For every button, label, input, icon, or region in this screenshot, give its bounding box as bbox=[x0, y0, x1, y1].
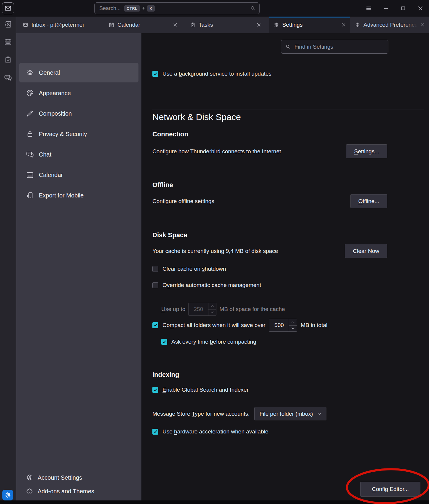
calendar-space-icon[interactable] bbox=[0, 38, 16, 46]
maximize-button[interactable] bbox=[395, 0, 412, 17]
check-icon bbox=[153, 323, 157, 327]
compact-folders-checkbox-row[interactable]: Compact all folders when it will save ov… bbox=[152, 321, 265, 329]
sidebar-item-privacy-security[interactable]: Privacy & Security bbox=[19, 124, 138, 144]
close-tab-icon[interactable] bbox=[420, 23, 425, 27]
search-placeholder: Search... bbox=[99, 5, 121, 12]
tab-advanced-preferences[interactable]: Advanced Preferences bbox=[350, 17, 429, 33]
checkbox-checked[interactable] bbox=[152, 322, 158, 328]
clear-cache-shutdown-checkbox-row[interactable]: Clear cache on shutdown bbox=[152, 265, 429, 273]
tab-tasks[interactable]: Tasks bbox=[185, 17, 265, 33]
clear-now-button[interactable]: Clear Now bbox=[345, 244, 387, 258]
config-editor-button[interactable]: Config Editor... bbox=[360, 482, 420, 497]
compact-threshold-spinner bbox=[269, 319, 297, 332]
close-tab-icon[interactable] bbox=[173, 23, 178, 27]
store-type-dropdown[interactable]: File per folder (mbox) bbox=[254, 407, 326, 420]
dropdown-selected-value: File per folder (mbox) bbox=[259, 411, 313, 417]
close-tab-icon[interactable] bbox=[256, 23, 261, 27]
checkbox-unchecked[interactable] bbox=[152, 266, 158, 272]
hardware-acceleration-checkbox-row[interactable]: Use hardware acceleration when available bbox=[152, 428, 429, 436]
offline-settings-button[interactable]: Offline... bbox=[350, 194, 387, 208]
connection-settings-button[interactable]: Settings... bbox=[346, 144, 387, 158]
calendar-icon bbox=[109, 22, 114, 28]
checkbox-checked[interactable] bbox=[152, 71, 158, 77]
address-book-icon[interactable] bbox=[0, 20, 16, 28]
ask-before-compacting-checkbox-row[interactable]: Ask every time before compacting bbox=[161, 338, 429, 346]
tasks-space-icon[interactable] bbox=[0, 56, 16, 64]
k-key-badge: K bbox=[147, 5, 155, 12]
search-icon bbox=[285, 44, 291, 50]
inbox-icon bbox=[23, 22, 28, 28]
close-window-button[interactable] bbox=[412, 0, 429, 17]
offline-heading: Offline bbox=[152, 181, 429, 189]
compact-threshold-input[interactable] bbox=[269, 319, 289, 331]
sidebar-item-label: Appearance bbox=[39, 90, 71, 97]
global-search-input[interactable]: Search... CTRL + K bbox=[94, 2, 260, 14]
tab-calendar[interactable]: Calendar bbox=[104, 17, 182, 33]
sidebar-item-addons-themes[interactable]: Add-ons and Themes bbox=[19, 484, 138, 498]
gear-icon bbox=[274, 22, 279, 28]
minimize-icon bbox=[383, 5, 389, 11]
cache-size-input[interactable] bbox=[189, 303, 208, 315]
lock-icon bbox=[26, 130, 34, 138]
checkbox-unchecked[interactable] bbox=[152, 282, 158, 288]
message-store-row: Message Store Type for new accounts: Fil… bbox=[152, 407, 429, 420]
global-search-checkbox-row[interactable]: Enable Global Search and Indexer bbox=[152, 386, 429, 394]
cache-size-row: Use up to MB of space for the cache bbox=[161, 303, 429, 316]
disk-space-heading: Disk Space bbox=[152, 231, 429, 239]
sidebar-item-label: Export for Mobile bbox=[39, 192, 84, 199]
maximize-icon bbox=[401, 6, 406, 11]
window-bottom-edge bbox=[0, 500, 429, 504]
sidebar-item-label: Privacy & Security bbox=[39, 131, 87, 138]
puzzle-icon bbox=[26, 488, 33, 495]
compact-folders-row: Compact all folders when it will save ov… bbox=[152, 318, 429, 332]
checkbox-checked[interactable] bbox=[152, 429, 158, 435]
close-icon bbox=[417, 5, 423, 11]
app-menu-button[interactable] bbox=[360, 0, 377, 17]
gear-icon bbox=[355, 22, 360, 28]
tab-label: Settings bbox=[282, 22, 338, 28]
sidebar-item-chat[interactable]: Chat bbox=[19, 145, 138, 164]
sidebar-item-export-for-mobile[interactable]: Export for Mobile bbox=[19, 186, 138, 205]
gear-icon bbox=[4, 492, 11, 499]
mail-space-button[interactable] bbox=[2, 2, 14, 14]
spin-up-icon[interactable] bbox=[208, 303, 216, 309]
check-icon bbox=[153, 430, 157, 434]
spin-up-icon[interactable] bbox=[289, 319, 297, 325]
gear-icon bbox=[26, 69, 34, 76]
tab-label: Inbox - pit@petermei bbox=[31, 22, 100, 28]
sidebar-item-account-settings[interactable]: Account Settings bbox=[19, 471, 138, 484]
minimize-button[interactable] bbox=[377, 0, 395, 17]
checkbox-checked[interactable] bbox=[161, 339, 167, 345]
checkbox-label: Ask every time before compacting bbox=[171, 339, 256, 345]
override-cache-checkbox-row[interactable]: Override automatic cache management bbox=[152, 281, 429, 289]
chevron-down-icon bbox=[317, 412, 321, 415]
sidebar-item-label: Chat bbox=[39, 151, 51, 158]
window-controls bbox=[360, 0, 429, 17]
sidebar-item-general[interactable]: General bbox=[19, 63, 138, 82]
background-updates-checkbox-row[interactable]: Use a background service to install upda… bbox=[152, 70, 429, 78]
offline-description: Configure offline settings bbox=[152, 198, 214, 205]
spaces-strip bbox=[0, 0, 16, 500]
settings-sidebar: General Appearance Composition Privacy &… bbox=[16, 33, 141, 500]
tab-label: Calendar bbox=[117, 22, 170, 28]
page-title: Network & Disk Space bbox=[152, 111, 429, 123]
sidebar-item-calendar[interactable]: Calendar bbox=[19, 165, 138, 185]
checkbox-checked[interactable] bbox=[152, 387, 158, 393]
tab-settings[interactable]: Settings bbox=[269, 17, 350, 33]
connection-description: Configure how Thunderbird connects to th… bbox=[152, 148, 281, 155]
sidebar-item-appearance[interactable]: Appearance bbox=[19, 83, 138, 103]
spin-down-icon[interactable] bbox=[208, 309, 216, 316]
toolbar: Search... CTRL + K bbox=[0, 0, 429, 17]
find-in-settings-input[interactable] bbox=[281, 40, 388, 54]
close-tab-icon[interactable] bbox=[341, 23, 346, 27]
spaces-settings-button[interactable] bbox=[2, 490, 13, 500]
tab-inbox[interactable]: Inbox - pit@petermei bbox=[18, 17, 104, 33]
cache-status-text: Your cache is currently using 9,4 MB of … bbox=[152, 248, 278, 254]
chat-space-icon[interactable] bbox=[0, 74, 16, 82]
check-icon bbox=[162, 340, 166, 344]
sidebar-item-label: Composition bbox=[39, 110, 72, 117]
spin-down-icon[interactable] bbox=[289, 325, 297, 332]
mail-icon bbox=[4, 5, 12, 12]
account-icon bbox=[26, 474, 33, 481]
sidebar-item-composition[interactable]: Composition bbox=[19, 104, 138, 123]
